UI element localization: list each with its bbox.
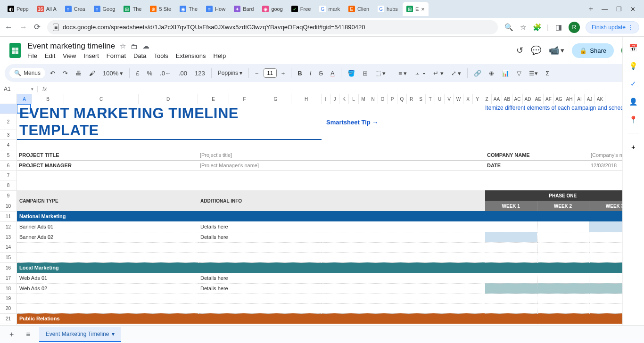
column-header[interactable]: D [139, 94, 198, 104]
row-header[interactable]: 19 [0, 294, 17, 303]
insert-comment-button[interactable]: ⊕ [486, 68, 497, 79]
italic-button[interactable]: I [307, 68, 314, 79]
menu-item[interactable]: Extensions [176, 52, 206, 59]
cloud-status-icon[interactable]: ☁ [142, 42, 149, 50]
row-header[interactable]: 20 [0, 303, 17, 314]
paint-format-button[interactable]: 🖌 [86, 68, 98, 79]
browser-tab[interactable]: ≡How [202, 2, 229, 16]
browser-tab[interactable]: ≡Goog [90, 2, 119, 16]
browser-tab[interactable]: ◉The [176, 2, 201, 16]
column-header[interactable]: V [445, 94, 454, 104]
bold-button[interactable]: B [295, 68, 305, 79]
menu-item[interactable]: Edit [45, 52, 55, 59]
column-header[interactable]: AF [544, 94, 554, 104]
column-header[interactable]: N [368, 94, 378, 104]
column-header[interactable]: F [229, 94, 260, 104]
reload-button[interactable]: ⟳ [34, 22, 41, 32]
browser-tab[interactable]: EClien [345, 2, 373, 16]
column-header[interactable]: W [454, 94, 463, 104]
row-header[interactable]: 10 [0, 201, 17, 212]
link-button[interactable]: 🔗 [471, 68, 484, 79]
sidepanel-icon[interactable]: ◨ [554, 23, 563, 32]
maps-icon[interactable]: 📍 [629, 115, 638, 124]
browser-tab[interactable]: ⊞The [120, 2, 145, 16]
contacts-icon[interactable]: 👤 [629, 97, 638, 106]
font-size-decrease[interactable]: − [252, 68, 262, 79]
row-header[interactable]: 4 [0, 140, 17, 150]
column-header[interactable]: AI [575, 94, 585, 104]
browser-tab[interactable]: Gmark [315, 2, 343, 16]
column-header[interactable]: G [260, 94, 291, 104]
percent-button[interactable]: % [144, 68, 156, 79]
column-header[interactable]: AJ [585, 94, 595, 104]
column-header[interactable]: O [378, 94, 388, 104]
row-header[interactable]: 9 [0, 191, 17, 201]
site-tune-icon[interactable]: ≡ [53, 24, 59, 31]
column-header[interactable]: C [64, 94, 139, 104]
wrap-button[interactable]: ↵ ▾ [430, 68, 446, 79]
meet-button[interactable]: 📹 ▾ [549, 45, 564, 56]
extensions-icon[interactable]: 🧩 [533, 23, 541, 32]
merge-button[interactable]: ⬚ ▾ [372, 68, 389, 79]
sheet-cells[interactable]: EVENT MARKETING TIMELINE TEMPLATE Smarts… [17, 104, 644, 325]
row-header[interactable]: 16 [0, 263, 17, 273]
row-header[interactable]: 5 [0, 150, 17, 161]
browser-tab[interactable]: ≡Crea [61, 2, 89, 16]
comments-icon[interactable]: 💬 [531, 45, 541, 56]
calendar-icon[interactable]: 📅 [629, 43, 638, 53]
column-header[interactable]: AG [554, 94, 564, 104]
row-header[interactable]: 7 [0, 171, 17, 180]
rotate-button[interactable]: ⤢ ▾ [448, 68, 464, 79]
column-header[interactable]: U [435, 94, 445, 104]
column-header[interactable]: Q [397, 94, 407, 104]
font-size-increase[interactable]: + [279, 68, 288, 79]
row-header[interactable]: 14 [0, 242, 17, 253]
browser-tab[interactable]: ◉goog [258, 2, 286, 16]
back-button[interactable]: ← [5, 23, 13, 32]
menu-item[interactable]: File [27, 52, 37, 59]
text-color-button[interactable]: A [328, 68, 338, 79]
move-icon[interactable]: 🗀 [131, 42, 138, 50]
zoom-icon[interactable]: 🔍 [504, 23, 513, 32]
column-header[interactable]: J [330, 94, 339, 104]
browser-tab[interactable]: ✦Bard [230, 2, 257, 16]
browser-tab[interactable]: ✓Free [288, 2, 315, 16]
new-tab-button[interactable]: + [585, 3, 597, 15]
column-header[interactable]: AH [564, 94, 575, 104]
browser-tab[interactable]: 16All A [33, 2, 60, 16]
column-header[interactable]: B [32, 94, 64, 104]
select-all-corner[interactable] [0, 94, 17, 104]
valign-button[interactable]: ⫠ ▾ [412, 68, 429, 79]
name-box[interactable]: A1▾ [0, 86, 38, 92]
borders-button[interactable]: ⊞ [360, 68, 371, 79]
forward-button[interactable]: → [19, 23, 27, 32]
column-header[interactable]: AD [523, 94, 533, 104]
row-header[interactable]: 6 [0, 161, 17, 171]
fill-color-button[interactable]: 🪣 [345, 68, 358, 79]
search-menus-button[interactable]: 🔍 Menus [9, 68, 45, 78]
row-header[interactable]: 8 [0, 180, 17, 191]
column-header[interactable]: X [463, 94, 473, 104]
column-header[interactable]: Z [482, 94, 492, 104]
column-header[interactable]: AK [595, 94, 605, 104]
browser-tab[interactable]: ⊞E× [403, 2, 429, 16]
window-close[interactable]: ✕ [630, 6, 636, 13]
row-header[interactable]: 2 [0, 114, 17, 130]
sheet-tab-active[interactable]: Event Marketing Timeline ▾ [39, 327, 122, 342]
row-header[interactable]: 18 [0, 284, 17, 294]
filter-button[interactable]: ▽ [514, 68, 524, 79]
tasks-icon[interactable]: ✓ [629, 79, 638, 89]
menu-item[interactable]: Help [213, 52, 226, 59]
history-icon[interactable]: ↺ [516, 45, 523, 56]
column-header[interactable]: AB [502, 94, 512, 104]
functions-button[interactable]: Σ [543, 68, 552, 79]
bookmark-icon[interactable]: ☆ [519, 23, 527, 32]
column-header[interactable]: A [17, 94, 32, 104]
add-sheet-button[interactable]: + [6, 328, 17, 341]
column-header[interactable]: AE [533, 94, 544, 104]
row-header[interactable]: 17 [0, 273, 17, 284]
window-minimize[interactable]: — [602, 6, 608, 13]
sheets-logo-icon[interactable] [8, 42, 22, 59]
row-header[interactable]: 15 [0, 253, 17, 263]
add-addon-icon[interactable]: + [629, 142, 638, 151]
